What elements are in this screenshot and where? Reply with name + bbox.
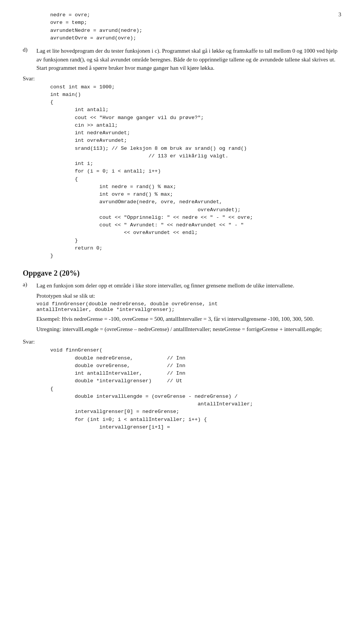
svar-label-1: Svar: [23, 75, 341, 82]
page-number: 3 [339, 11, 342, 18]
svar-label-2: Svar: [23, 339, 341, 345]
part-a-text1: Lag en funksjon som deler opp et område … [36, 281, 322, 290]
part-d-text: Lag et lite hovedprogram der du tester f… [36, 47, 341, 72]
part-a-text2: Prototypen skal se slik ut: [36, 292, 322, 300]
oppgave2-heading: Oppgave 2 (20%) [23, 269, 341, 278]
part-d: d) Lag et lite hovedprogram der du teste… [23, 47, 341, 72]
svar2-code-block: void finnGrenser( double nedreGrense, //… [38, 347, 341, 431]
prototype-code: void finnGrenser(double nedreGrense, dou… [36, 301, 322, 312]
top-code-block: nedre = ovre; ovre = temp; avrundetNedre… [38, 11, 341, 42]
part-a-content: Lag en funksjon som deler opp et område … [36, 281, 322, 336]
part-a-label: a) [23, 281, 36, 288]
part-a: a) Lag en funksjon som deler opp et områ… [23, 281, 341, 336]
example-text: Eksempel: Hvis nedreGrense = -100, ovreG… [36, 315, 322, 323]
main-code-block: const int max = 1000; int main() { int a… [38, 83, 341, 260]
utregning-text: Utregning: intervallLengde = (ovreGrense… [36, 325, 322, 334]
part-d-label: d) [23, 47, 36, 53]
